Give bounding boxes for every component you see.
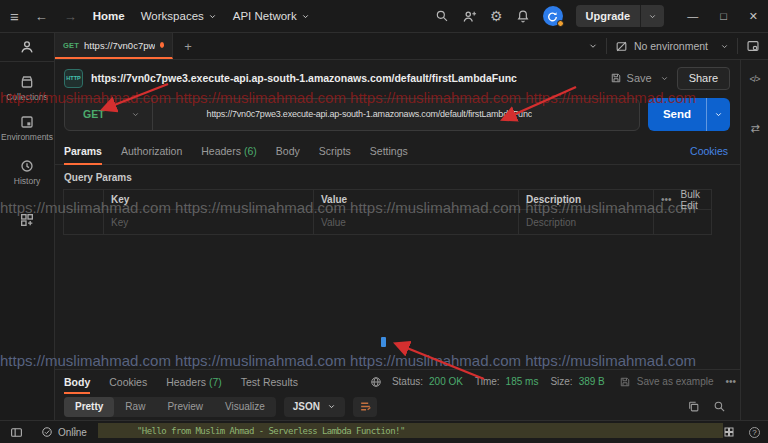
window-maximize-button[interactable]: □ — [720, 10, 727, 22]
response-tab-body[interactable]: Body — [64, 370, 90, 393]
sidebar-item-collections[interactable]: Collections — [6, 74, 48, 102]
row-select-cell[interactable] — [64, 190, 104, 209]
tab-body[interactable]: Body — [276, 138, 300, 164]
home-link[interactable]: Home — [93, 10, 125, 22]
response-tab-headers[interactable]: Headers (7) — [166, 370, 222, 393]
column-key: Key — [104, 190, 314, 209]
share-button[interactable]: Share — [677, 67, 730, 90]
table-header-row: Key Value Description ••• Bulk Edit — [64, 190, 711, 210]
tab-overflow-chevron-icon[interactable] — [588, 41, 598, 51]
open-request-tab[interactable]: GET https://7vn0c7pwe3.ex — [55, 33, 173, 59]
column-value: Value — [314, 190, 519, 209]
response-tabs: Body Cookies Headers (7) Test Results St… — [55, 370, 740, 393]
view-visualize[interactable]: Visualize — [214, 397, 276, 417]
request-title[interactable]: https://7vn0c7pwe3.execute-api.ap-south-… — [91, 72, 517, 84]
tab-params[interactable]: Params — [64, 138, 102, 164]
window-minimize-button[interactable]: — — [687, 10, 698, 22]
chevron-down-icon — [131, 110, 140, 119]
environment-selector[interactable]: No environment — [615, 40, 729, 53]
save-example-icon — [619, 376, 631, 388]
collapse-expand-icon[interactable]: ⇄ — [750, 122, 758, 135]
environment-quick-look-icon[interactable] — [746, 39, 760, 53]
response-tab-test-results[interactable]: Test Results — [241, 370, 298, 393]
value-input[interactable]: Value — [314, 210, 519, 234]
profile-avatar[interactable] — [0, 33, 54, 61]
beautify-button[interactable] — [353, 397, 377, 417]
new-tab-button[interactable]: + — [173, 33, 203, 59]
view-preview[interactable]: Preview — [156, 397, 214, 417]
column-options-icon[interactable]: ••• — [661, 194, 672, 205]
search-icon[interactable] — [435, 9, 449, 23]
chevron-down-icon — [208, 12, 217, 21]
environments-icon — [19, 114, 35, 130]
response-tab-cookies[interactable]: Cookies — [109, 370, 147, 393]
sidebar-divider — [0, 61, 54, 62]
search-response-icon[interactable] — [713, 400, 726, 413]
url-input[interactable]: https://7vn0c7pwe3.execute-api.ap-south-… — [153, 109, 532, 119]
sidebar-item-history[interactable]: History — [14, 158, 40, 186]
menu-icon[interactable]: ≡ — [10, 9, 19, 24]
line-number: 1 — [55, 426, 98, 436]
tab-authorization[interactable]: Authorization — [121, 138, 182, 164]
network-globe-icon[interactable] — [370, 376, 382, 388]
text-cursor-marker — [381, 337, 386, 347]
send-options-dropdown[interactable] — [706, 98, 730, 131]
sync-status-dot — [557, 20, 564, 27]
invite-user-icon[interactable] — [462, 9, 477, 24]
save-floppy-icon — [610, 72, 622, 84]
grid-plus-icon — [19, 212, 35, 228]
query-params-table: Key Value Description ••• Bulk Edit Key … — [63, 189, 712, 235]
collections-icon — [19, 74, 35, 90]
send-button[interactable]: Send — [648, 98, 730, 131]
upgrade-dropdown[interactable] — [640, 5, 664, 27]
tab-scripts[interactable]: Scripts — [319, 138, 351, 164]
time-value[interactable]: 185 ms — [506, 376, 539, 387]
api-network-menu[interactable]: API Network — [233, 10, 310, 22]
highlighted-line[interactable]: "Hello from Muslim Ahmad - Serverless La… — [98, 423, 723, 438]
settings-gear-icon[interactable]: ⚙ — [490, 9, 503, 23]
sidebar-more-panes[interactable] — [19, 212, 35, 228]
row-select-cell[interactable] — [64, 210, 104, 234]
response-options-icon[interactable]: ••• — [725, 376, 736, 387]
beautify-icon — [359, 400, 372, 413]
view-pretty[interactable]: Pretty — [64, 397, 114, 417]
tab-headers[interactable]: Headers (6) — [201, 138, 257, 164]
bulk-edit-button[interactable]: Bulk Edit — [681, 189, 704, 211]
size-label: Size: — [550, 376, 572, 387]
help-icon[interactable]: ? — [749, 427, 760, 438]
description-input[interactable]: Description — [519, 210, 654, 234]
view-raw[interactable]: Raw — [114, 397, 156, 417]
tab-title: https://7vn0c7pwe3.ex — [84, 40, 155, 51]
copy-icon[interactable] — [687, 400, 700, 413]
save-button[interactable]: Save — [610, 72, 669, 84]
cookies-link[interactable]: Cookies — [690, 138, 728, 164]
save-as-example-button[interactable]: Save as example — [637, 376, 714, 387]
window-close-button[interactable]: ✕ — [749, 10, 758, 23]
code-snippet-icon[interactable]: </> — [749, 74, 759, 84]
chevron-down-icon — [301, 12, 310, 21]
sidebar-item-environments[interactable]: Environments — [1, 114, 53, 142]
format-selector[interactable]: JSON — [284, 397, 345, 417]
account-sync-logo[interactable] — [543, 6, 563, 26]
right-context-rail: </> ⇄ — [740, 60, 768, 420]
forward-icon[interactable]: → — [64, 10, 77, 23]
url-builder: GET https://7vn0c7pwe3.execute-api.ap-so… — [64, 98, 640, 131]
response-headers-count: (7) — [209, 376, 222, 388]
http-request-icon: HTTP — [64, 69, 83, 88]
back-icon[interactable]: ← — [35, 10, 48, 23]
unsaved-changes-dot — [160, 42, 164, 48]
chevron-down-icon[interactable] — [660, 74, 669, 83]
notifications-bell-icon[interactable] — [516, 9, 530, 23]
time-label: Time: — [475, 376, 500, 387]
chevron-down-icon — [327, 402, 336, 411]
workspaces-menu[interactable]: Workspaces — [141, 10, 217, 22]
status-badge[interactable]: 200 OK — [429, 376, 463, 387]
tab-settings[interactable]: Settings — [370, 138, 408, 164]
tab-method-badge: GET — [63, 41, 79, 50]
method-selector[interactable]: GET — [65, 99, 153, 130]
upgrade-button[interactable]: Upgrade — [576, 5, 665, 27]
request-panel: HTTP https://7vn0c7pwe3.execute-api.ap-s… — [55, 60, 740, 420]
toggle-sidebar-icon[interactable] — [10, 426, 23, 439]
key-input[interactable]: Key — [104, 210, 314, 234]
size-value[interactable]: 389 B — [579, 376, 605, 387]
